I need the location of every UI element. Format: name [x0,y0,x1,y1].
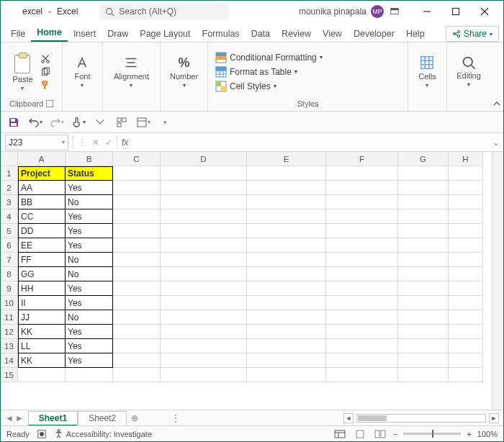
user-account[interactable]: mounika pinapala MP [299,5,384,18]
cell-A12[interactable]: KK [18,325,66,339]
tab-view[interactable]: View [317,26,348,42]
cell-C5[interactable] [113,224,161,238]
row-header-2[interactable]: 2 [1,181,18,195]
cell-C15[interactable] [113,368,161,382]
tab-insert[interactable]: Insert [68,26,102,42]
sheet-tab-sheet1[interactable]: Sheet1 [28,411,78,426]
cell-F4[interactable] [326,209,398,224]
cell-D1[interactable] [161,166,247,181]
add-sheet-button[interactable]: ⊕ [127,413,143,423]
row-header-9[interactable]: 9 [1,281,18,296]
cell-H7[interactable] [449,253,483,267]
cell-E10[interactable] [247,296,326,310]
cell-A11[interactable]: JJ [18,310,66,325]
cell-C11[interactable] [113,310,161,325]
cell-D2[interactable] [161,181,247,195]
cell-E11[interactable] [247,310,326,325]
cell-F6[interactable] [326,238,398,253]
row-header-10[interactable]: 10 [1,296,18,310]
cell-H3[interactable] [449,195,483,209]
cell-D3[interactable] [161,195,247,209]
worksheet-grid[interactable]: ABCDEFGH1ProjectStatus2AAYes3BBNo4CCYes5… [1,152,503,382]
cell-F11[interactable] [326,310,398,325]
row-header-11[interactable]: 11 [1,310,18,325]
fx-label[interactable]: fx [117,137,132,148]
cell-H9[interactable] [449,281,483,296]
tab-draw[interactable]: Draw [102,26,134,42]
cell-G13[interactable] [398,339,449,353]
cell-A5[interactable]: DD [18,224,66,238]
row-header-5[interactable]: 5 [1,224,18,238]
cell-H6[interactable] [449,238,483,253]
cell-B3[interactable]: No [66,195,113,209]
cell-B1[interactable]: Status [66,166,113,181]
cell-C4[interactable] [113,209,161,224]
cell-C1[interactable] [113,166,161,181]
tab-review[interactable]: Review [276,26,317,42]
horizontal-scrollbar[interactable] [356,414,486,423]
alignment-button[interactable]: Alignment▾ [114,55,149,89]
row-header-6[interactable]: 6 [1,238,18,253]
cell-G9[interactable] [398,281,449,296]
zoom-slider[interactable] [403,433,461,435]
close-button[interactable] [470,1,499,22]
cell-F14[interactable] [326,353,398,368]
cell-H8[interactable] [449,267,483,281]
row-header-7[interactable]: 7 [1,253,18,267]
cell-A7[interactable]: FF [18,253,66,267]
cell-B14[interactable]: Yes [66,353,113,368]
cell-E1[interactable] [247,166,326,181]
number-button[interactable]: % Number▾ [170,55,198,89]
tab-formulas[interactable]: Formulas [197,26,246,42]
tab-home[interactable]: Home [31,24,68,42]
cell-F2[interactable] [326,181,398,195]
font-button[interactable]: Font▾ [74,55,90,89]
cell-D5[interactable] [161,224,247,238]
cell-G14[interactable] [398,353,449,368]
cell-D10[interactable] [161,296,247,310]
column-header-B[interactable]: B [66,152,113,166]
cell-G7[interactable] [398,253,449,267]
cell-B8[interactable]: No [66,267,113,281]
qat-button-7[interactable]: ▾ [136,115,150,130]
name-box[interactable]: J23 ▾ [5,135,68,150]
copy-button[interactable] [40,67,50,77]
cell-G8[interactable] [398,267,449,281]
cell-F8[interactable] [326,267,398,281]
sheet-tab-sheet2[interactable]: Sheet2 [78,411,127,426]
cell-C10[interactable] [113,296,161,310]
cell-F7[interactable] [326,253,398,267]
search-box[interactable]: Search (Alt+Q) [99,4,229,19]
format-painter-button[interactable] [40,80,50,90]
minimize-button[interactable] [413,1,441,22]
cell-H5[interactable] [449,224,483,238]
row-header-3[interactable]: 3 [1,195,18,209]
collapse-ribbon-button[interactable] [490,42,503,111]
cells-button[interactable]: Cells▾ [418,55,436,89]
cell-G3[interactable] [398,195,449,209]
cell-G12[interactable] [398,325,449,339]
cell-H12[interactable] [449,325,483,339]
cell-D6[interactable] [161,238,247,253]
redo-button[interactable]: ▾ [50,115,64,130]
cell-A10[interactable]: II [18,296,66,310]
scroll-right-button[interactable]: ► [489,413,499,423]
cell-G10[interactable] [398,296,449,310]
tab-page-layout[interactable]: Page Layout [134,26,196,42]
cell-styles-button[interactable]: Cell Styles▾ [215,81,276,92]
cell-C12[interactable] [113,325,161,339]
cell-F15[interactable] [326,368,398,382]
undo-button[interactable]: ▾ [28,115,42,130]
cell-C6[interactable] [113,238,161,253]
cell-A1[interactable]: Project [18,166,66,181]
cell-E5[interactable] [247,224,326,238]
cell-F12[interactable] [326,325,398,339]
page-layout-view-button[interactable] [353,428,367,440]
cut-button[interactable] [40,54,50,64]
cell-E8[interactable] [247,267,326,281]
cell-D11[interactable] [161,310,247,325]
tab-split-handle[interactable]: ⋮ [171,413,180,423]
cell-B6[interactable]: Yes [66,238,113,253]
cell-C8[interactable] [113,267,161,281]
macro-record-icon[interactable] [37,429,47,439]
